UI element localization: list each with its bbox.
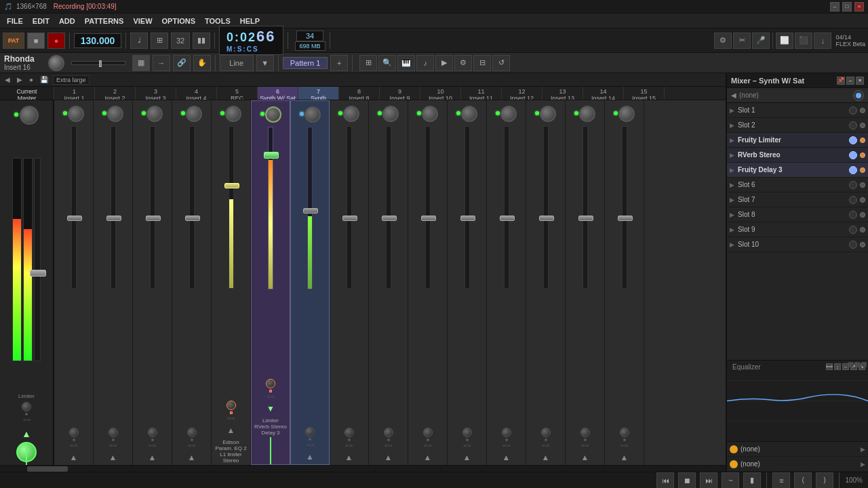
ch12-fader-handle[interactable] bbox=[500, 216, 515, 221]
pat-btn[interactable]: PAT bbox=[3, 33, 24, 49]
pattern-mode-btn[interactable]: ⊞ bbox=[151, 33, 168, 49]
menu-tools[interactable]: TOOLS bbox=[201, 16, 235, 26]
slot1-enable[interactable] bbox=[849, 106, 857, 115]
ch15-fader-handle[interactable] bbox=[618, 216, 633, 221]
slot-6[interactable]: ▶ Slot 6 bbox=[727, 178, 868, 192]
slot-9[interactable]: ▶ Slot 9 bbox=[727, 222, 868, 237]
ch3-fader[interactable] bbox=[150, 126, 155, 289]
rph-min[interactable]: – bbox=[846, 77, 854, 85]
ch10-arrows[interactable]: ⟺ bbox=[424, 443, 431, 449]
ch6-fader[interactable] bbox=[268, 127, 273, 289]
none-dropdown[interactable]: ◀ (none) bbox=[727, 88, 868, 103]
transport-prev[interactable]: ⏮ bbox=[656, 472, 674, 489]
ch5-fader-handle[interactable] bbox=[224, 183, 239, 188]
ch1-knob[interactable] bbox=[68, 106, 84, 122]
ch6-arrows[interactable]: ⟺ bbox=[267, 394, 275, 400]
ch5-arrows[interactable]: ⟺ bbox=[227, 415, 235, 422]
slot7-enable[interactable] bbox=[849, 196, 857, 204]
ch10-knob[interactable] bbox=[422, 106, 438, 122]
slot-8[interactable]: ▶ Slot 8 bbox=[727, 207, 868, 222]
split-btn[interactable]: ⬛ bbox=[795, 33, 812, 49]
menu-file[interactable]: FILE bbox=[3, 16, 27, 26]
ch13-fader-handle[interactable] bbox=[539, 216, 554, 221]
ch7-fader[interactable] bbox=[307, 127, 313, 289]
slot2-enable[interactable] bbox=[849, 121, 857, 129]
hand-btn[interactable]: ✋ bbox=[193, 55, 211, 71]
slot-1[interactable]: ▶ Slot 1 bbox=[727, 103, 868, 118]
ch3-arrows[interactable]: ⟺ bbox=[149, 443, 156, 449]
ch12-send-knob[interactable] bbox=[502, 428, 511, 437]
line-arrow[interactable]: ▼ bbox=[256, 55, 274, 71]
master-send-knob[interactable] bbox=[22, 402, 31, 411]
transport-stop[interactable]: ⏹ bbox=[678, 472, 696, 489]
nav-back[interactable]: ◀ bbox=[3, 76, 12, 83]
eq-btn2[interactable]: ↕ bbox=[834, 363, 841, 370]
ch11-fader[interactable] bbox=[465, 126, 470, 289]
slot-10[interactable]: ▶ Slot 10 bbox=[727, 237, 868, 252]
eq-btn5[interactable]: ↘ bbox=[859, 363, 865, 370]
vol-knob[interactable] bbox=[48, 55, 64, 71]
ch12-knob[interactable] bbox=[500, 106, 517, 122]
slot-2[interactable]: ▶ Slot 2 bbox=[727, 118, 868, 133]
ch2-fader-handle[interactable] bbox=[106, 216, 121, 221]
arrow-btn[interactable]: → bbox=[153, 55, 170, 71]
note-btn[interactable]: ♪ bbox=[416, 55, 434, 71]
ch6-send-knob[interactable] bbox=[266, 379, 275, 388]
ch3-knob[interactable] bbox=[146, 106, 163, 122]
ch9-arrows[interactable]: ⟺ bbox=[384, 443, 392, 449]
ch13-knob[interactable] bbox=[540, 106, 556, 122]
close-btn[interactable]: × bbox=[854, 2, 864, 12]
ch4-send-knob[interactable] bbox=[187, 428, 197, 437]
ch13-send-knob[interactable] bbox=[541, 428, 551, 437]
ch1-fader-handle[interactable] bbox=[67, 216, 82, 221]
menu-options[interactable]: OPTIONS bbox=[158, 16, 200, 26]
slot10-enable[interactable] bbox=[849, 241, 857, 249]
ch14-fader-handle[interactable] bbox=[578, 216, 593, 221]
playlist-btn[interactable]: ▦ bbox=[132, 55, 150, 71]
download-btn[interactable]: ↓ bbox=[814, 33, 831, 49]
minimize-btn[interactable]: – bbox=[830, 2, 840, 12]
ch14-send-knob[interactable] bbox=[580, 428, 590, 437]
horizontal-scrollbar[interactable] bbox=[0, 465, 726, 472]
eq-btn4[interactable]: ↗ bbox=[850, 363, 857, 370]
ch11-send-knob[interactable] bbox=[462, 428, 472, 437]
metronome-btn[interactable]: ♩ bbox=[130, 33, 148, 49]
ch11-knob[interactable] bbox=[461, 106, 477, 122]
ch13-fader[interactable] bbox=[543, 126, 549, 289]
ch8-fader-handle[interactable] bbox=[342, 216, 357, 221]
ch9-knob[interactable] bbox=[382, 106, 399, 122]
nav-save[interactable]: 💾 bbox=[38, 76, 50, 83]
ch8-send-knob[interactable] bbox=[344, 428, 354, 437]
menu-add[interactable]: ADD bbox=[55, 16, 79, 26]
ch1-arrows[interactable]: ⟺ bbox=[70, 443, 77, 449]
master-send-large-knob[interactable] bbox=[16, 442, 37, 462]
ch3-send-knob[interactable] bbox=[148, 428, 157, 437]
menu-view[interactable]: VIEW bbox=[129, 16, 156, 26]
ch10-fader-handle[interactable] bbox=[421, 216, 436, 221]
ch11-fader-handle[interactable] bbox=[460, 216, 475, 221]
ch15-knob[interactable] bbox=[618, 106, 635, 122]
slot-fruity-limiter[interactable]: ▶ Fruity Limiter bbox=[727, 133, 868, 148]
ch1-send-knob[interactable] bbox=[69, 428, 79, 437]
ch8-knob[interactable] bbox=[343, 106, 359, 122]
cut-btn[interactable]: ✂ bbox=[733, 33, 751, 49]
ch5-knob[interactable] bbox=[225, 106, 241, 122]
menu-patterns[interactable]: PATTERNS bbox=[81, 16, 128, 26]
slot8-enable[interactable] bbox=[849, 211, 857, 219]
eq-btn1[interactable]: ⟺ bbox=[826, 363, 833, 370]
ch4-fader-handle[interactable] bbox=[185, 216, 200, 221]
master-fader-handle[interactable] bbox=[30, 270, 46, 277]
ch12-fader[interactable] bbox=[504, 126, 509, 289]
slot9-enable[interactable] bbox=[849, 226, 857, 234]
ch9-fader-handle[interactable] bbox=[382, 216, 397, 221]
vu-btn[interactable]: ▮▮ bbox=[193, 33, 210, 49]
ch7-send-knob[interactable] bbox=[305, 427, 315, 436]
ch2-fader[interactable] bbox=[111, 126, 116, 289]
ch14-arrows[interactable]: ⟺ bbox=[581, 443, 589, 449]
ch12-arrows[interactable]: ⟺ bbox=[502, 443, 510, 449]
grid-btn[interactable]: ⊟ bbox=[473, 55, 491, 71]
ch4-knob[interactable] bbox=[186, 106, 202, 122]
master-fader-track[interactable] bbox=[34, 158, 41, 361]
pattern-button[interactable]: Pattern 1 bbox=[283, 57, 328, 69]
piano-btn[interactable]: 🎹 bbox=[397, 55, 415, 71]
